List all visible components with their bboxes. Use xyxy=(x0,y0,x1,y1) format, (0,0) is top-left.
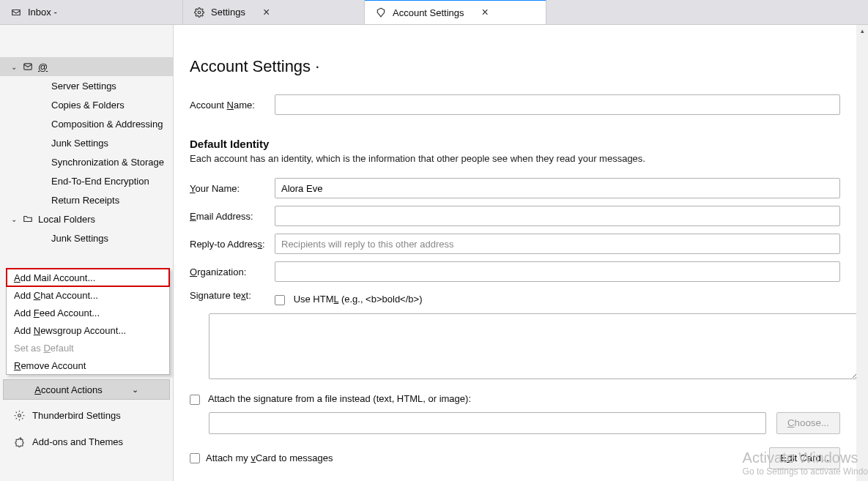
tree-return-receipts[interactable]: Return Receipts xyxy=(41,190,173,209)
scrollbar[interactable]: ▴ xyxy=(856,25,868,481)
input-your-name[interactable] xyxy=(275,178,840,198)
tab-bar: Inbox - Settings × Account Settings × xyxy=(0,0,868,25)
inbox-icon xyxy=(10,7,22,18)
label-signature: Signature text: xyxy=(190,286,275,301)
account-tree: ⌄ @ Server Settings Copies & Folders Com… xyxy=(0,25,173,247)
account-actions-button[interactable]: Account Actions ⌄ xyxy=(3,379,170,400)
tab-settings-label: Settings xyxy=(211,7,245,18)
tree-server-settings[interactable]: Server Settings xyxy=(41,76,173,95)
label-reply-to: Reply-to Address: xyxy=(190,239,275,250)
label-attach-file: Attach the signature from a file instead… xyxy=(208,393,471,404)
tree-local-children: Junk Settings xyxy=(0,228,173,247)
label-email: Email Address: xyxy=(190,211,275,222)
thunderbird-settings-link[interactable]: Thunderbird Settings xyxy=(0,402,173,428)
chevron-down-icon: ⌄ xyxy=(10,63,18,71)
checkbox-attach-file[interactable] xyxy=(190,395,200,405)
menu-set-default: Set as Default xyxy=(7,339,169,357)
row-file: Choose... xyxy=(209,412,840,434)
mail-account-icon xyxy=(22,61,34,72)
sidebar-bottom: Thunderbird Settings Add-ons and Themes xyxy=(0,402,173,455)
addons-link[interactable]: Add-ons and Themes xyxy=(0,428,173,455)
tab-inbox-label: Inbox - xyxy=(28,7,57,18)
chevron-down-icon: ⌄ xyxy=(132,385,138,395)
scroll-up-icon[interactable]: ▴ xyxy=(856,25,868,37)
checkbox-attach-vcard[interactable] xyxy=(190,453,200,463)
close-icon[interactable]: × xyxy=(482,7,489,18)
gear-icon xyxy=(13,409,25,421)
input-signature-file[interactable] xyxy=(209,412,766,434)
tree-copies-folders[interactable]: Copies & Folders xyxy=(41,95,173,114)
row-account-name: Account Name: xyxy=(190,91,840,119)
input-email[interactable] xyxy=(275,206,840,226)
label-attach-vcard: Attach my vCard to messages xyxy=(206,452,333,463)
page-title: Account Settings · xyxy=(190,57,840,76)
label-use-html: Use HTML (e.g., <b>bold</b>) xyxy=(294,294,423,305)
menu-add-mail[interactable]: Add Mail Account... xyxy=(7,269,169,286)
tree-account-children: Server Settings Copies & Folders Composi… xyxy=(0,76,173,209)
menu-add-feed[interactable]: Add Feed Account... xyxy=(7,304,169,321)
tab-inbox[interactable]: Inbox - xyxy=(0,0,183,24)
checkbox-use-html[interactable] xyxy=(275,295,285,305)
account-actions-menu: Add Mail Account... Add Chat Account... … xyxy=(6,268,170,375)
heading-default-identity: Default Identity xyxy=(190,138,840,150)
close-icon[interactable]: × xyxy=(263,7,270,18)
signature-area xyxy=(209,313,859,381)
main: ⌄ @ Server Settings Copies & Folders Com… xyxy=(0,25,868,481)
menu-add-newsgroup[interactable]: Add Newsgroup Account... xyxy=(7,321,169,339)
tab-account-settings-label: Account Settings xyxy=(393,7,464,18)
row-organization: Organization: xyxy=(190,258,840,286)
account-actions-label: ccount Actions xyxy=(41,384,103,395)
edit-card-button[interactable]: Edit Card... xyxy=(769,447,840,469)
row-email: Email Address: xyxy=(190,202,840,230)
input-reply-to[interactable] xyxy=(275,234,840,254)
row-your-name: Your Name: xyxy=(190,174,840,202)
sidebar: ⌄ @ Server Settings Copies & Folders Com… xyxy=(0,25,174,481)
tree-composition[interactable]: Composition & Addressing xyxy=(41,114,173,133)
identity-description: Each account has an identity, which is t… xyxy=(190,153,840,164)
shield-gear-icon xyxy=(375,7,387,18)
puzzle-icon xyxy=(13,436,25,447)
chevron-down-icon: ⌄ xyxy=(10,215,18,223)
tree-account-email: @ xyxy=(38,61,48,72)
choose-button[interactable]: Choose... xyxy=(776,412,840,434)
thunderbird-settings-label: Thunderbird Settings xyxy=(32,410,121,421)
row-reply-to: Reply-to Address: xyxy=(190,230,840,258)
folder-icon xyxy=(22,213,34,225)
svg-marker-1 xyxy=(377,8,384,17)
gear-icon xyxy=(193,7,205,18)
row-signature: Signature text: Use HTML (e.g., <b>bold<… xyxy=(190,286,840,313)
addons-label: Add-ons and Themes xyxy=(32,436,123,447)
tree-local-junk[interactable]: Junk Settings xyxy=(41,228,173,247)
tree-local-folders-label: Local Folders xyxy=(38,214,95,225)
input-account-name[interactable] xyxy=(275,94,840,115)
svg-point-3 xyxy=(18,414,21,417)
menu-remove-account[interactable]: Remove Account xyxy=(7,357,169,374)
input-organization[interactable] xyxy=(275,261,840,282)
tree-junk[interactable]: Junk Settings xyxy=(41,133,173,152)
content: Account Settings · Account Name: Default… xyxy=(174,25,868,481)
tree-sync[interactable]: Synchronization & Storage xyxy=(41,152,173,171)
tab-account-settings[interactable]: Account Settings × xyxy=(365,0,546,24)
label-your-name: Your Name: xyxy=(190,183,275,194)
svg-point-0 xyxy=(198,11,201,14)
label-account-name: Account Name: xyxy=(190,100,275,111)
row-vcard: Attach my vCard to messages Edit Card... xyxy=(190,447,840,469)
tree-local-folders[interactable]: ⌄ Local Folders xyxy=(0,209,173,228)
tree-account-root[interactable]: ⌄ @ xyxy=(0,57,173,76)
menu-add-chat[interactable]: Add Chat Account... xyxy=(7,286,169,304)
tree-e2e[interactable]: End-To-End Encryption xyxy=(41,171,173,190)
tab-settings[interactable]: Settings × xyxy=(183,0,365,24)
label-organization: Organization: xyxy=(190,266,275,277)
textarea-signature[interactable] xyxy=(209,313,859,379)
